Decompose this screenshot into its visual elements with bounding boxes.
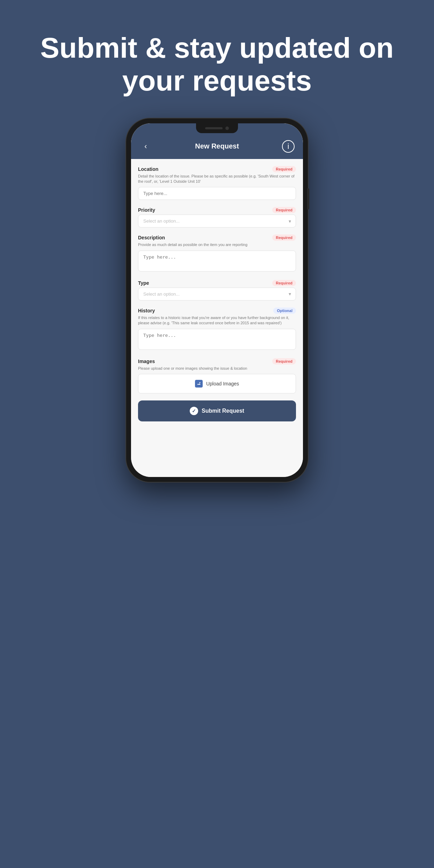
history-label: History (138, 308, 155, 313)
location-label: Location (138, 166, 158, 172)
type-select-wrapper: Select an option... (138, 288, 296, 301)
description-section: Description Required Provide as much det… (138, 234, 296, 273)
images-section: Images Required Please upload one or mor… (138, 358, 296, 393)
page-title: New Request (195, 142, 239, 150)
info-button[interactable]: i (282, 140, 295, 153)
history-input[interactable] (138, 329, 296, 350)
priority-select[interactable]: Select an option... (138, 215, 296, 227)
history-badge: Optional (273, 308, 296, 314)
description-badge: Required (272, 234, 296, 241)
priority-label: Priority (138, 207, 155, 213)
submit-button[interactable]: ✓ Submit Request (138, 400, 296, 421)
type-section: Type Required Select an option... (138, 280, 296, 301)
phone-notch (196, 123, 238, 133)
type-select[interactable]: Select an option... (138, 288, 296, 301)
type-label: Type (138, 280, 149, 286)
priority-header: Priority Required (138, 207, 296, 213)
phone-mockup: ‹ New Request i Location Required Detail… (126, 118, 308, 482)
priority-select-wrapper: Select an option... (138, 215, 296, 227)
description-input[interactable] (138, 251, 296, 272)
side-button (307, 188, 309, 209)
upload-icon (195, 380, 203, 388)
location-header: Location Required (138, 166, 296, 172)
speaker-bar (205, 127, 223, 129)
location-section: Location Required Detail the location of… (138, 166, 296, 200)
type-badge: Required (272, 280, 296, 286)
camera-dot (225, 126, 229, 130)
app-content: ‹ New Request i Location Required Detail… (131, 123, 303, 477)
history-section: History Optional If this relates to a hi… (138, 308, 296, 351)
type-header: Type Required (138, 280, 296, 286)
images-header: Images Required (138, 358, 296, 364)
upload-label: Upload Images (206, 381, 239, 386)
back-button[interactable]: ‹ (139, 140, 152, 153)
phone-screen: ‹ New Request i Location Required Detail… (131, 123, 303, 477)
submit-check-icon: ✓ (190, 407, 198, 415)
images-label: Images (138, 359, 155, 364)
bottom-spacer (138, 421, 296, 435)
location-input[interactable] (138, 187, 296, 200)
description-desc: Provide as much detail as possible on th… (138, 242, 296, 247)
history-header: History Optional (138, 308, 296, 314)
hero-title: Submit & stay updated on your requests (0, 31, 434, 97)
history-description: If this relates to a historic issue that… (138, 315, 296, 326)
location-badge: Required (272, 166, 296, 172)
priority-section: Priority Required Select an option... (138, 207, 296, 227)
form-area: Location Required Detail the location of… (131, 159, 303, 477)
description-label: Description (138, 235, 165, 240)
priority-badge: Required (272, 207, 296, 213)
images-badge: Required (272, 358, 296, 364)
phone-outer-frame: ‹ New Request i Location Required Detail… (126, 118, 308, 482)
upload-images-button[interactable]: Upload Images (138, 374, 296, 393)
images-description: Please upload one or more images showing… (138, 366, 296, 371)
submit-label: Submit Request (202, 408, 244, 414)
svg-point-1 (199, 382, 200, 383)
location-description: Detail the location of the issue. Please… (138, 174, 296, 185)
description-header: Description Required (138, 234, 296, 241)
svg-rect-0 (196, 381, 201, 386)
